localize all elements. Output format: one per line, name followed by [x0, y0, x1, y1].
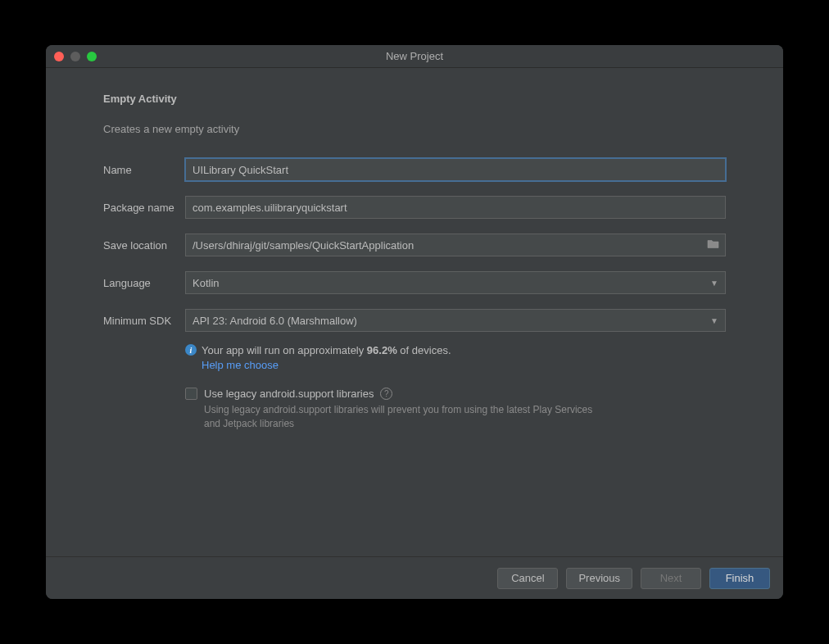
label-save-location: Save location: [103, 239, 185, 252]
row-name: Name: [103, 158, 726, 181]
previous-button[interactable]: Previous: [566, 568, 632, 589]
window-controls: [54, 52, 97, 61]
next-button: Next: [641, 568, 701, 589]
maximize-icon[interactable]: [87, 52, 97, 61]
info-prefix: Your app will run on approximately: [202, 344, 367, 356]
minimize-icon[interactable]: [70, 52, 80, 61]
info-text: Your app will run on approximately 96.2%…: [202, 343, 451, 373]
page-subheading: Creates a new empty activity: [103, 123, 726, 135]
close-icon[interactable]: [54, 52, 64, 61]
new-project-dialog: New Project Empty Activity Creates a new…: [46, 45, 783, 599]
name-input[interactable]: [185, 158, 726, 181]
row-package: Package name: [103, 196, 726, 219]
language-select[interactable]: Kotlin ▼: [185, 271, 726, 294]
chevron-down-icon: ▼: [710, 316, 718, 325]
legacy-hint: Using legacy android.support libraries w…: [204, 403, 597, 431]
row-min-sdk: Minimum SDK API 23: Android 6.0 (Marshma…: [103, 309, 726, 332]
label-min-sdk: Minimum SDK: [103, 315, 185, 327]
min-sdk-select[interactable]: API 23: Android 6.0 (Marshmallow) ▼: [185, 309, 726, 332]
info-percent: 96.2%: [367, 344, 397, 356]
save-location-input[interactable]: [185, 234, 726, 256]
help-icon[interactable]: ?: [380, 388, 392, 400]
dialog-content: Empty Activity Creates a new empty activ…: [46, 68, 783, 556]
device-coverage-info: i Your app will run on approximately 96.…: [185, 343, 726, 373]
dialog-footer: Cancel Previous Next Finish: [46, 556, 783, 599]
info-icon: i: [185, 344, 197, 356]
label-language: Language: [103, 277, 185, 289]
package-input[interactable]: [185, 196, 726, 219]
min-sdk-value: API 23: Android 6.0 (Marshmallow): [193, 315, 710, 327]
legacy-checkbox[interactable]: [185, 388, 197, 400]
row-language: Language Kotlin ▼: [103, 271, 726, 294]
label-package: Package name: [103, 202, 185, 214]
titlebar: New Project: [46, 45, 783, 68]
label-name: Name: [103, 164, 185, 176]
chevron-down-icon: ▼: [710, 279, 718, 288]
info-suffix: of devices.: [397, 344, 451, 356]
help-me-choose-link[interactable]: Help me choose: [202, 359, 279, 371]
legacy-libs-block: Use legacy android.support libraries ? U…: [185, 388, 726, 431]
cancel-button[interactable]: Cancel: [497, 568, 558, 589]
language-value: Kotlin: [193, 277, 710, 289]
row-save-location: Save location: [103, 234, 726, 256]
finish-button[interactable]: Finish: [709, 568, 770, 589]
page-heading: Empty Activity: [103, 93, 726, 105]
legacy-label: Use legacy android.support libraries: [204, 388, 374, 400]
window-title: New Project: [386, 50, 443, 62]
